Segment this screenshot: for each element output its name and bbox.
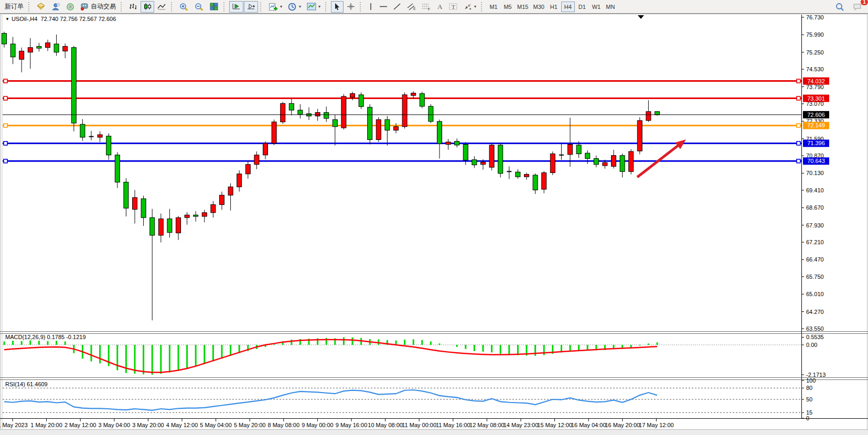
new-order-button[interactable]: 新订单 bbox=[2, 1, 26, 13]
zoom-out-button[interactable] bbox=[192, 1, 207, 13]
level-handle[interactable] bbox=[4, 96, 7, 100]
candle-body bbox=[498, 145, 503, 173]
bar-chart-button[interactable] bbox=[126, 1, 140, 13]
time-axis-label: 10 May 08:00 bbox=[368, 422, 403, 428]
market-icon bbox=[37, 3, 46, 10]
time-axis-label: 9 May 00:00 bbox=[302, 422, 334, 428]
toolbar-separator bbox=[28, 2, 32, 12]
equidistant-channel-button[interactable]: E bbox=[404, 1, 419, 13]
price-tick-label: 64.270 bbox=[806, 309, 824, 315]
level-handle[interactable] bbox=[797, 124, 800, 127]
candle-body bbox=[394, 127, 399, 130]
price-tick-label: 74.530 bbox=[806, 66, 824, 72]
cursor-button[interactable] bbox=[331, 1, 344, 13]
candle-body bbox=[263, 143, 268, 155]
community-button[interactable] bbox=[49, 1, 63, 13]
time-axis-label: 1 May 20:00 bbox=[30, 422, 62, 428]
timeframe-mn[interactable]: MN bbox=[604, 2, 617, 12]
timeframe-h4[interactable]: H4 bbox=[561, 2, 575, 12]
tile-windows-button[interactable] bbox=[207, 1, 221, 13]
price-tick-label: 65.750 bbox=[806, 274, 824, 280]
time-axis-label: 16 May 04:00 bbox=[571, 422, 606, 428]
rsi-axis-label: 80 bbox=[806, 385, 812, 391]
crosshair-button[interactable] bbox=[344, 1, 358, 13]
period-button[interactable]: ▾ bbox=[285, 1, 304, 13]
autotrading-button[interactable]: 自动交易 bbox=[78, 1, 119, 13]
candle-body bbox=[237, 174, 242, 187]
chat-button[interactable]: 1 bbox=[850, 1, 865, 13]
level-handle[interactable] bbox=[797, 96, 800, 100]
candle-body bbox=[472, 160, 477, 165]
candle-body bbox=[28, 48, 33, 52]
timeframe-w1[interactable]: W1 bbox=[590, 2, 603, 12]
candle-body bbox=[10, 44, 15, 57]
candle-body bbox=[315, 113, 320, 116]
add-indicator-icon bbox=[269, 3, 278, 11]
line-chart-button[interactable] bbox=[155, 1, 169, 13]
price-tick-label: 63.550 bbox=[806, 325, 824, 332]
market-button[interactable] bbox=[34, 1, 48, 13]
candle-body bbox=[637, 121, 642, 151]
timeframe-m30[interactable]: M30 bbox=[531, 2, 546, 12]
candle-body bbox=[202, 213, 207, 216]
text-button[interactable]: A bbox=[434, 1, 446, 13]
time-axis-label: 3 May 20:00 bbox=[132, 422, 164, 428]
level-handle[interactable] bbox=[797, 79, 800, 83]
candle-body bbox=[150, 218, 155, 235]
level-handle[interactable] bbox=[4, 79, 7, 83]
auto-scroll-button[interactable] bbox=[229, 1, 243, 13]
candlestick-chart-button[interactable] bbox=[141, 1, 154, 13]
price-tick-label: 67.930 bbox=[806, 222, 824, 229]
time-axis-label: 4 May 12:00 bbox=[166, 422, 198, 428]
horizontal-line-button[interactable] bbox=[377, 1, 390, 13]
price-tick-label: 75.250 bbox=[806, 49, 824, 56]
level-handle[interactable] bbox=[797, 142, 800, 145]
trendline-button[interactable] bbox=[391, 1, 404, 13]
svg-text:A: A bbox=[437, 3, 443, 10]
timeframe-h1[interactable]: H1 bbox=[547, 2, 561, 12]
candle-body bbox=[289, 104, 294, 111]
level-handle[interactable] bbox=[797, 159, 800, 163]
candle-body bbox=[106, 136, 111, 155]
chart-shift-button[interactable] bbox=[244, 1, 258, 13]
time-axis-label: 11 May 00:00 bbox=[402, 422, 436, 428]
add-indicator-button[interactable]: ▾ bbox=[266, 1, 285, 13]
candle-body bbox=[646, 112, 651, 121]
text-label-button[interactable]: T bbox=[446, 1, 460, 13]
templates-button[interactable]: ▾ bbox=[304, 1, 323, 13]
signals-button[interactable] bbox=[63, 1, 77, 13]
candle-body bbox=[376, 119, 381, 139]
price-tick-label: 70.130 bbox=[806, 170, 824, 176]
timeframe-m1[interactable]: M1 bbox=[487, 2, 500, 12]
timeframe-m15[interactable]: M15 bbox=[515, 2, 530, 12]
price-tick-label: 65.010 bbox=[806, 291, 824, 297]
candle-body bbox=[98, 135, 102, 137]
candle-body bbox=[542, 173, 546, 190]
level-handle[interactable] bbox=[4, 142, 7, 145]
level-handle[interactable] bbox=[4, 124, 7, 127]
candle-body bbox=[629, 151, 634, 171]
candle-body bbox=[115, 155, 120, 182]
fibonacci-button[interactable]: F bbox=[419, 1, 433, 13]
timeframe-d1[interactable]: D1 bbox=[575, 2, 589, 12]
macd-axis-label: 0.00 bbox=[806, 342, 817, 348]
time-axis-label: 15 May 12:00 bbox=[537, 422, 572, 428]
zoom-in-button[interactable] bbox=[177, 1, 191, 13]
candle-body bbox=[437, 122, 442, 144]
arrows-button[interactable]: ▾ bbox=[461, 1, 479, 13]
svg-text:74.032: 74.032 bbox=[807, 78, 825, 84]
vertical-line-button[interactable] bbox=[366, 1, 376, 13]
chart-canvas[interactable]: 76.73075.99075.25074.53073.79073.07072.3… bbox=[0, 14, 868, 435]
time-axis-label: 11 May 16:00 bbox=[436, 422, 470, 428]
candle-body bbox=[272, 122, 276, 144]
crosshair-icon bbox=[347, 3, 355, 10]
svg-text:72.606: 72.606 bbox=[807, 112, 825, 118]
level-handle[interactable] bbox=[4, 159, 7, 163]
search-button[interactable] bbox=[833, 1, 847, 13]
time-axis-label: 12 May 08:00 bbox=[469, 422, 505, 428]
time-axis-label: 9 May 16:00 bbox=[336, 422, 368, 428]
price-tick-label: 76.730 bbox=[806, 14, 824, 20]
candle-body bbox=[211, 204, 216, 212]
svg-text:T: T bbox=[452, 4, 455, 10]
timeframe-m5[interactable]: M5 bbox=[501, 2, 515, 12]
